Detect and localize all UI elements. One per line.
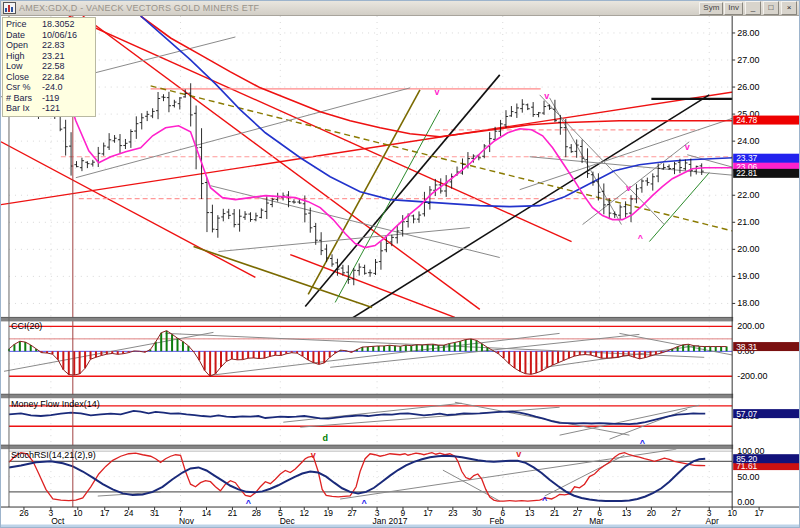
price-tick-label: 18.00	[737, 298, 759, 308]
sym-button[interactable]: Sym	[699, 2, 723, 15]
cci-tick-label: 200.00	[737, 321, 764, 331]
info-row: Bar Ix-121	[6, 103, 92, 114]
date-tick-label: 12	[300, 508, 310, 518]
info-row: Close22.84	[6, 72, 92, 83]
price-tick-label: 24.00	[737, 136, 759, 146]
info-row: High23.21	[6, 51, 92, 62]
price-tick-label: 28.00	[737, 28, 759, 38]
date-tick-label: 17	[100, 508, 110, 518]
value-badge: 57.07	[733, 409, 799, 419]
svg-text:57.07: 57.07	[736, 409, 757, 419]
sell-marker[interactable]: v	[626, 183, 631, 193]
sell-marker[interactable]: v	[544, 91, 549, 101]
stoch-tick-label: 50.00	[737, 472, 759, 482]
price-tick-label: 20.00	[737, 244, 759, 254]
app-icon	[3, 2, 16, 14]
price-chart-canvas[interactable]: vvv^vd^^^^vvCCI(20)Money Flow Index(14)S…	[1, 16, 799, 527]
date-tick-label: 17	[423, 508, 433, 518]
window-bottom-edge	[1, 525, 799, 527]
svg-text:85.20: 85.20	[736, 454, 757, 464]
chart-area[interactable]: vvv^vd^^^^vvCCI(20)Money Flow Index(14)S…	[1, 16, 799, 527]
svg-text:38.31: 38.31	[736, 342, 757, 352]
buy-marker[interactable]: ^	[638, 233, 644, 243]
chart-window: AMEX:GDX,D - VANECK VECTORS GOLD MINERS …	[0, 0, 800, 528]
date-tick-label: 20	[647, 508, 657, 518]
info-row: Open22.83	[6, 40, 92, 51]
window-title: AMEX:GDX,D - VANECK VECTORS GOLD MINERS …	[19, 3, 699, 13]
date-tick-label: 26	[19, 508, 29, 518]
date-tick-label: 27	[672, 508, 682, 518]
sell-marker[interactable]: v	[685, 142, 690, 152]
stochrsi-panel-label: StochRSI(14,21(2),9)	[11, 450, 96, 460]
cursor-info-box: Price18.3052Date10/06/16Open22.83High23.…	[2, 17, 96, 117]
value-badge: 23.37	[733, 153, 799, 163]
date-tick-label: 28	[252, 508, 262, 518]
price-tick-label: 27.00	[737, 55, 759, 65]
minimize-button[interactable]: _	[745, 1, 761, 15]
date-tick-label: 13	[525, 508, 535, 518]
date-tick-label: 21	[550, 508, 560, 518]
buy-marker[interactable]: ^	[542, 495, 548, 505]
date-tick-label: 19	[323, 508, 333, 518]
title-bar[interactable]: AMEX:GDX,D - VANECK VECTORS GOLD MINERS …	[1, 1, 799, 16]
info-row: Date10/06/16	[6, 30, 92, 41]
value-badge: 85.20	[733, 454, 799, 464]
svg-text:23.37: 23.37	[736, 153, 757, 163]
annotation-letter[interactable]: d	[322, 433, 327, 443]
cci-tick-label: -200.00	[737, 371, 767, 381]
restore-button[interactable]: □	[763, 1, 779, 15]
sell-marker[interactable]: v	[516, 449, 521, 459]
info-row: # Bars-119	[6, 93, 92, 104]
svg-text:24.78: 24.78	[736, 115, 757, 125]
panel-separator[interactable]	[1, 445, 799, 449]
value-badge: 38.31	[733, 342, 799, 352]
date-tick-label: 14	[202, 508, 212, 518]
svg-text:22.81: 22.81	[736, 168, 757, 178]
date-tick-label: 27	[573, 508, 583, 518]
sell-marker[interactable]: v	[311, 450, 316, 460]
close-button[interactable]: ×	[781, 1, 797, 15]
mfi-panel-label: Money Flow Index(14)	[11, 399, 100, 409]
date-tick-label: 10	[727, 508, 737, 518]
date-tick-label: 10	[73, 508, 83, 518]
value-badge: 24.78	[733, 115, 799, 125]
panel-separator[interactable]	[1, 394, 799, 398]
date-tick-label: 23	[448, 508, 458, 518]
value-badge: 22.81	[733, 168, 799, 178]
date-tick-label: 24	[124, 508, 134, 518]
date-tick-label: 27	[347, 508, 357, 518]
date-tick-label: 30	[472, 508, 482, 518]
date-tick-label: 31	[150, 508, 160, 518]
info-row: Low22.58	[6, 61, 92, 72]
sell-marker[interactable]: v	[434, 87, 439, 97]
inv-button[interactable]: Inv	[724, 2, 743, 15]
panel-separator[interactable]	[1, 317, 799, 321]
price-tick-label: 21.00	[737, 217, 759, 227]
date-tick-label: 13	[622, 508, 632, 518]
info-row: Csr %-24.0	[6, 82, 92, 93]
price-tick-label: 19.00	[737, 271, 759, 281]
date-tick-label: 21	[228, 508, 238, 518]
info-row: Price18.3052	[6, 19, 92, 30]
stoch-tick-label: 0.00	[737, 497, 754, 507]
price-tick-label: 26.00	[737, 82, 759, 92]
price-tick-label: 22.00	[737, 190, 759, 200]
date-tick-label: 17	[754, 508, 764, 518]
chart-background	[1, 16, 799, 527]
cci-panel-label: CCI(20)	[11, 321, 42, 331]
